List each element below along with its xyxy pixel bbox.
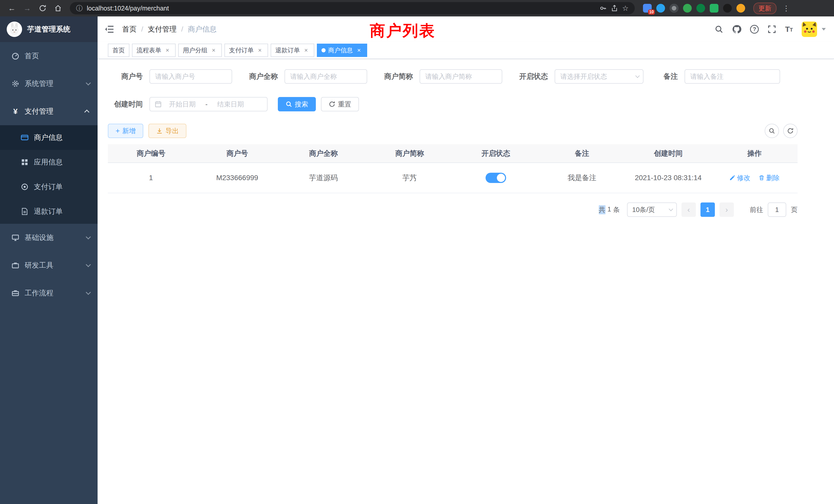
- search-button[interactable]: 搜索: [278, 97, 316, 111]
- filter-row-1: 商户号 商户全称 商户简称 开启状态: [108, 69, 797, 84]
- home-icon[interactable]: [51, 2, 65, 15]
- extension-icon-7[interactable]: [723, 4, 732, 13]
- cell-actions: 修改 删除: [711, 163, 797, 193]
- sidebar-item-home[interactable]: 首页: [0, 42, 97, 70]
- sidebar-item-pay-order[interactable]: 支付订单: [0, 175, 97, 199]
- sidebar-item-app-info[interactable]: 应用信息: [0, 150, 97, 175]
- back-icon[interactable]: ←: [5, 2, 19, 15]
- tab-merchant-info[interactable]: 商户信息×: [317, 44, 367, 57]
- export-button[interactable]: 导出: [148, 124, 186, 138]
- toolbox-icon: [11, 261, 20, 270]
- tab-pay-order[interactable]: 支付订单×: [224, 44, 268, 57]
- page-1-button[interactable]: 1: [701, 203, 715, 217]
- user-avatar[interactable]: [802, 22, 817, 37]
- merchant-card-icon: [21, 134, 29, 142]
- chrome-update-button[interactable]: 更新: [753, 3, 776, 14]
- sidebar-item-dev-tools[interactable]: 研发工具: [0, 251, 97, 279]
- extension-icon-5[interactable]: [696, 4, 705, 13]
- sidebar-item-infra[interactable]: 基础设施: [0, 224, 97, 251]
- refresh-icon-button[interactable]: [783, 124, 797, 138]
- page-size-select[interactable]: 10条/页: [627, 203, 677, 217]
- sidebar-toggle-icon[interactable]: [105, 25, 114, 33]
- remark-input[interactable]: [684, 69, 780, 84]
- tab-refund-order[interactable]: 退款订单×: [271, 44, 314, 57]
- prev-page-button[interactable]: ‹: [681, 203, 696, 217]
- status-select-placeholder: 请选择开启状态: [560, 72, 607, 81]
- yen-icon: ¥: [11, 107, 20, 115]
- cell-full-name: 芋道源码: [280, 163, 367, 193]
- tab-user-group[interactable]: 用户分组×: [178, 44, 222, 57]
- extension-icon-4[interactable]: [683, 4, 692, 13]
- goto-page-input[interactable]: [768, 203, 786, 217]
- sidebar-logo[interactable]: 芋道管理系统: [0, 17, 97, 42]
- col-header-actions: 操作: [711, 144, 797, 163]
- page-word: 页: [791, 205, 797, 214]
- close-icon[interactable]: ×: [256, 47, 263, 54]
- sidebar-item-refund-order[interactable]: 退款订单: [0, 199, 97, 224]
- next-page-button[interactable]: ›: [720, 203, 734, 217]
- bookmark-star-icon[interactable]: ☆: [622, 4, 629, 13]
- tab-process-form[interactable]: 流程表单×: [132, 44, 176, 57]
- reset-button[interactable]: 重置: [321, 97, 359, 111]
- col-header-merchant-no: 商户号: [194, 144, 280, 163]
- full-name-label: 商户全称: [243, 72, 278, 81]
- forward-icon[interactable]: →: [21, 2, 34, 15]
- close-icon[interactable]: ×: [210, 47, 217, 54]
- app-grid-icon: [21, 158, 29, 166]
- sidebar-item-merchant-info[interactable]: 商户信息: [0, 125, 97, 150]
- chevron-down-icon: [668, 207, 673, 211]
- breadcrumb-separator: /: [181, 25, 183, 33]
- share-icon[interactable]: [611, 5, 618, 12]
- extension-icon-3[interactable]: [670, 4, 678, 13]
- sidebar-item-system[interactable]: 系统管理: [0, 70, 97, 97]
- briefcase-icon: [11, 289, 20, 297]
- status-toggle[interactable]: [486, 173, 506, 183]
- add-button[interactable]: + 新增: [108, 124, 143, 138]
- site-info-icon[interactable]: ⓘ: [76, 4, 83, 13]
- extension-badge: 10: [648, 9, 655, 15]
- screen: ← → ⓘ localhost:1024/pay/merchant ☆ 10: [0, 0, 834, 504]
- table-header-row: 商户编号 商户号 商户全称 商户简称 开启状态 备注 创建时间 操作: [108, 144, 797, 163]
- github-icon[interactable]: [732, 25, 741, 34]
- help-icon[interactable]: ?: [750, 25, 759, 33]
- toggle-search-icon-button[interactable]: [765, 124, 779, 138]
- address-bar[interactable]: ⓘ localhost:1024/pay/merchant ☆: [70, 2, 635, 14]
- password-key-icon[interactable]: [599, 5, 607, 12]
- search-icon[interactable]: [715, 25, 723, 33]
- fullscreen-icon[interactable]: [768, 25, 776, 33]
- short-name-input[interactable]: [420, 69, 502, 84]
- close-icon[interactable]: ×: [164, 47, 171, 54]
- tab-home[interactable]: 首页: [108, 44, 129, 57]
- extension-icon-6[interactable]: [710, 4, 719, 13]
- merchant-no-input[interactable]: [150, 69, 232, 84]
- close-icon[interactable]: ×: [303, 47, 310, 54]
- reload-icon[interactable]: [36, 2, 49, 15]
- breadcrumb-payment[interactable]: 支付管理: [148, 24, 177, 34]
- user-menu-caret-icon[interactable]: [822, 28, 826, 30]
- breadcrumb: 首页 / 支付管理 / 商户信息: [122, 24, 217, 34]
- profile-avatar-icon[interactable]: [737, 4, 745, 13]
- cell-create-time: 2021-10-23 08:31:14: [625, 163, 711, 193]
- delete-link[interactable]: 删除: [759, 174, 780, 182]
- font-size-icon[interactable]: TT: [785, 25, 793, 33]
- breadcrumb-home[interactable]: 首页: [122, 24, 137, 34]
- rabbit-logo-icon: [7, 22, 22, 37]
- calendar-icon: [155, 100, 162, 108]
- edit-link[interactable]: 修改: [729, 174, 750, 182]
- col-header-status: 开启状态: [453, 144, 539, 163]
- chevron-down-icon: [86, 290, 91, 295]
- start-date-placeholder: 开始日期: [164, 100, 201, 109]
- date-separator: -: [203, 100, 210, 108]
- date-range-picker[interactable]: 开始日期 - 结束日期: [150, 97, 267, 111]
- create-time-label: 创建时间: [108, 99, 143, 109]
- sidebar-item-payment[interactable]: ¥ 支付管理: [0, 97, 97, 125]
- close-icon[interactable]: ×: [355, 47, 363, 54]
- status-select[interactable]: 请选择开启状态: [555, 69, 643, 84]
- full-name-input[interactable]: [285, 69, 367, 84]
- sidebar-item-label: 系统管理: [25, 79, 53, 89]
- extension-icon-1[interactable]: 10: [643, 4, 652, 13]
- browser-menu-icon[interactable]: ⋮: [783, 4, 790, 13]
- sidebar-item-workflow[interactable]: 工作流程: [0, 279, 97, 307]
- extension-icon-2[interactable]: [656, 4, 665, 13]
- cell-no: 1: [108, 163, 194, 193]
